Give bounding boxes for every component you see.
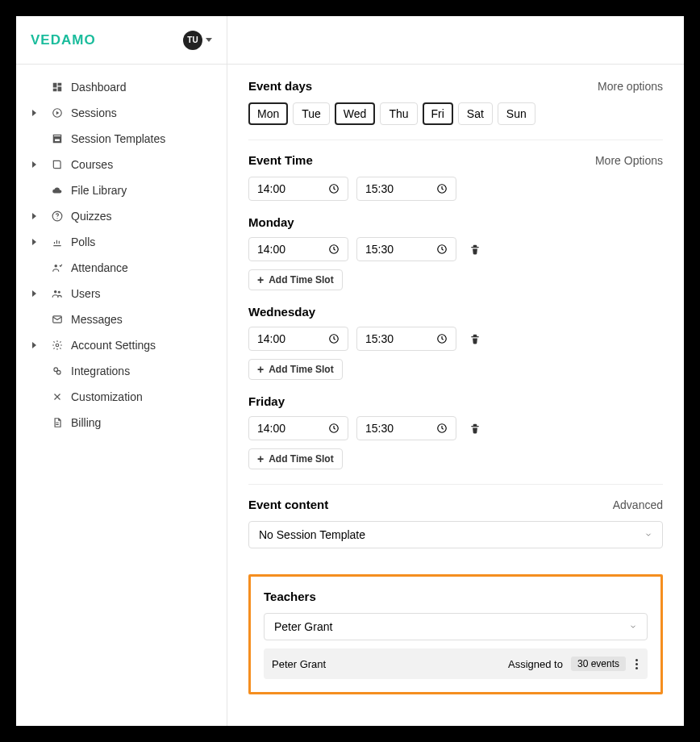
chevron-right-icon bbox=[32, 213, 36, 219]
sidebar-item-integrations[interactable]: Integrations bbox=[16, 358, 227, 384]
sidebar-item-dashboard[interactable]: Dashboard bbox=[16, 74, 227, 100]
add-slot-label: Add Time Slot bbox=[269, 453, 333, 465]
book-icon bbox=[52, 159, 63, 170]
select-value: No Session Template bbox=[259, 528, 365, 541]
end-time-input[interactable]: 15:30 bbox=[356, 237, 456, 261]
event-days-title: Event days bbox=[248, 79, 312, 93]
end-time-input[interactable]: 15:30 bbox=[356, 416, 456, 440]
event-time-title: Event Time bbox=[248, 153, 313, 167]
sidebar-item-billing[interactable]: Billing bbox=[16, 410, 227, 436]
sidebar-item-file-library[interactable]: File Library bbox=[16, 177, 227, 203]
chevron-right-icon bbox=[32, 161, 36, 168]
day-pill-thu[interactable]: Thu bbox=[380, 102, 417, 125]
trash-icon[interactable] bbox=[469, 422, 481, 435]
mail-icon bbox=[52, 314, 63, 325]
session-template-select[interactable]: No Session Template bbox=[248, 521, 663, 548]
sidebar-item-quizzes[interactable]: Quizzes bbox=[16, 203, 227, 229]
time-value: 15:30 bbox=[365, 422, 394, 435]
event-days-section: Event days More options MonTueWedThuFriS… bbox=[248, 76, 663, 140]
sidebar-item-session-templates[interactable]: Session Templates bbox=[16, 126, 227, 152]
app-window: VEDAMO TU DashboardSessionsSession Templ… bbox=[16, 16, 684, 726]
sidebar-item-users[interactable]: Users bbox=[16, 281, 227, 306]
event-content-title: Event content bbox=[248, 498, 328, 511]
day-label: Monday bbox=[248, 215, 663, 229]
time-row: 14:00 15:30 bbox=[248, 177, 663, 201]
kebab-menu-icon[interactable] bbox=[634, 657, 640, 671]
play-icon bbox=[52, 107, 63, 119]
chart-icon bbox=[52, 236, 63, 248]
teachers-title: Teachers bbox=[264, 590, 648, 603]
main-top-bar bbox=[227, 16, 684, 65]
trash-icon[interactable] bbox=[469, 332, 481, 345]
day-slot-monday: Monday14:0015:30+Add Time Slot bbox=[248, 215, 663, 290]
cloud-icon bbox=[52, 185, 63, 196]
section-head: Event days More options bbox=[248, 79, 663, 93]
time-value: 15:30 bbox=[365, 182, 394, 195]
chevron-right-icon bbox=[32, 239, 36, 245]
sidebar-item-customization[interactable]: Customization bbox=[16, 384, 227, 410]
sidebar-item-sessions[interactable]: Sessions bbox=[16, 100, 227, 126]
day-pill-fri[interactable]: Fri bbox=[423, 102, 453, 125]
sidebar-item-account-settings[interactable]: Account Settings bbox=[16, 332, 227, 358]
clock-icon bbox=[328, 244, 340, 255]
add-slot-label: Add Time Slot bbox=[269, 364, 333, 375]
teachers-section: Teachers Peter Grant Peter Grant Assigne… bbox=[248, 574, 663, 694]
main-panel: Event days More options MonTueWedThuFriS… bbox=[227, 16, 684, 726]
sidebar-item-label: File Library bbox=[71, 184, 212, 197]
avatar: TU bbox=[183, 31, 202, 50]
chevron-right-icon bbox=[32, 290, 36, 297]
time-row: 14:0015:30 bbox=[248, 327, 663, 351]
users-icon bbox=[52, 288, 63, 299]
template-icon bbox=[52, 133, 63, 144]
brand-logo[interactable]: VEDAMO bbox=[31, 32, 96, 48]
start-time-input[interactable]: 14:00 bbox=[248, 177, 348, 201]
end-time-input[interactable]: 15:30 bbox=[356, 177, 456, 201]
add-time-slot-button[interactable]: +Add Time Slot bbox=[248, 269, 343, 290]
day-pill-sat[interactable]: Sat bbox=[458, 102, 493, 125]
day-slot-wednesday: Wednesday14:0015:30+Add Time Slot bbox=[248, 305, 663, 380]
start-time-input[interactable]: 14:00 bbox=[248, 327, 348, 351]
sidebar-item-label: Attendance bbox=[71, 261, 212, 274]
sidebar-item-courses[interactable]: Courses bbox=[16, 152, 227, 177]
clock-icon bbox=[328, 333, 340, 344]
more-options-link[interactable]: More Options bbox=[595, 154, 663, 167]
sidebar-item-label: Sessions bbox=[71, 106, 212, 119]
sidebar-nav: DashboardSessionsSession TemplatesCourse… bbox=[16, 65, 227, 445]
sidebar-header: VEDAMO TU bbox=[16, 16, 227, 65]
end-time-input[interactable]: 15:30 bbox=[356, 327, 456, 351]
add-time-slot-button[interactable]: +Add Time Slot bbox=[248, 359, 343, 380]
day-pill-mon[interactable]: Mon bbox=[248, 102, 288, 125]
content-area: Event days More options MonTueWedThuFriS… bbox=[227, 65, 684, 711]
sidebar-item-label: Quizzes bbox=[71, 210, 212, 223]
chevron-right-icon bbox=[32, 342, 36, 348]
start-time-input[interactable]: 14:00 bbox=[248, 237, 348, 261]
sidebar-item-messages[interactable]: Messages bbox=[16, 306, 227, 332]
add-time-slot-button[interactable]: +Add Time Slot bbox=[248, 448, 343, 469]
plug-icon bbox=[52, 365, 63, 377]
day-pill-sun[interactable]: Sun bbox=[498, 102, 535, 125]
day-pill-tue[interactable]: Tue bbox=[293, 102, 330, 125]
sidebar-item-attendance[interactable]: Attendance bbox=[16, 255, 227, 281]
user-menu[interactable]: TU bbox=[183, 31, 212, 50]
trash-icon[interactable] bbox=[469, 243, 481, 256]
time-value: 15:30 bbox=[365, 243, 394, 256]
teacher-assignment: Assigned to 30 events bbox=[508, 657, 640, 671]
teacher-select[interactable]: Peter Grant bbox=[264, 613, 648, 640]
chevron-down-icon bbox=[629, 623, 637, 631]
plus-icon: + bbox=[257, 363, 264, 376]
assigned-count-chip: 30 events bbox=[571, 657, 626, 671]
start-time-input[interactable]: 14:00 bbox=[248, 416, 348, 440]
sidebar-item-polls[interactable]: Polls bbox=[16, 229, 227, 255]
clock-icon bbox=[328, 183, 340, 194]
clock-icon bbox=[436, 244, 448, 255]
day-pill-wed[interactable]: Wed bbox=[335, 102, 376, 125]
attend-icon bbox=[52, 262, 63, 273]
advanced-link[interactable]: Advanced bbox=[613, 498, 663, 511]
day-slot-friday: Friday14:0015:30+Add Time Slot bbox=[248, 394, 663, 469]
teacher-row: Peter Grant Assigned to 30 events bbox=[264, 648, 648, 679]
teacher-name: Peter Grant bbox=[272, 658, 326, 670]
clock-icon bbox=[436, 423, 448, 434]
chevron-down-icon bbox=[644, 531, 652, 539]
day-selector: MonTueWedThuFriSatSun bbox=[248, 102, 663, 125]
more-options-link[interactable]: More options bbox=[598, 80, 663, 93]
